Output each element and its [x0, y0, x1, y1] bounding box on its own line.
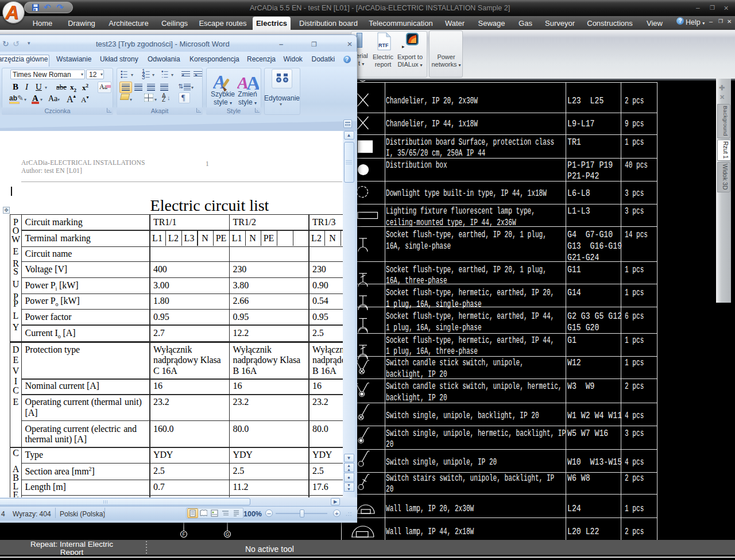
svg-text:A: A: [246, 72, 259, 92]
svg-text:RTF: RTF: [378, 43, 389, 48]
svg-text:F: F: [182, 531, 185, 537]
svg-text:G: G: [226, 531, 230, 537]
